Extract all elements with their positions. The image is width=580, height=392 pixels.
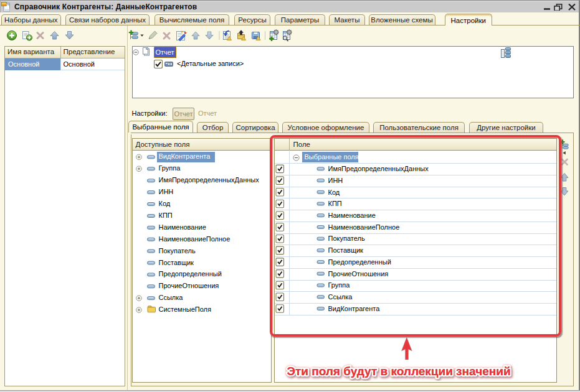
svg-text:Эти поля будут в коллекции зна: Эти поля будут в коллекции значений	[287, 365, 510, 378]
